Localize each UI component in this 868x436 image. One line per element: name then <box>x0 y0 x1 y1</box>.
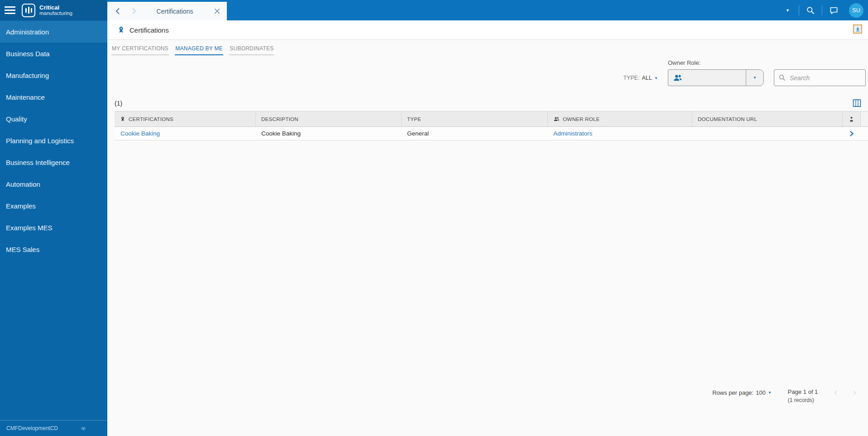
filter-bar: TYPE: ALL ▼ Owner Role: ▼ <box>623 59 866 86</box>
feedback-chat-icon[interactable] <box>822 6 845 15</box>
pagination: Rows per page: 100 ▼ Page 1 of 1 (1 reco… <box>712 388 856 403</box>
column-chooser-icon[interactable] <box>852 98 862 108</box>
certification-medal-icon <box>120 116 125 122</box>
rows-per-page-value: 100 <box>756 389 766 396</box>
tab-subordinates[interactable]: SUBORDINATES <box>229 44 274 55</box>
owner-role-filter-group: Owner Role: ▼ <box>668 59 764 86</box>
search-icon[interactable] <box>799 6 822 15</box>
certifications-table: CERTIFICATIONS DESCRIPTION TYPE OWNER RO… <box>115 111 868 140</box>
owner-role-caret-button[interactable]: ▼ <box>746 70 763 86</box>
column-header-label: DESCRIPTION <box>261 116 298 122</box>
sidebar-item-business-intelligence[interactable]: Business Intelligence <box>0 151 107 173</box>
sidebar-item-label: Manufacturing <box>6 72 49 79</box>
caret-down-icon: ▼ <box>768 391 772 395</box>
caret-down-icon: ▼ <box>654 76 658 80</box>
sidebar-item-planning-and-logistics[interactable]: Planning and Logistics <box>0 130 107 151</box>
column-header-type[interactable]: TYPE <box>401 111 547 126</box>
record-count: (1) <box>115 100 122 107</box>
next-page-icon[interactable]: › <box>853 388 856 397</box>
table-header-row: CERTIFICATIONS DESCRIPTION TYPE OWNER RO… <box>115 111 868 127</box>
brand-name: Critical <box>39 5 72 11</box>
sidebar-item-examples-mes[interactable]: Examples MES <box>0 217 107 238</box>
table-scrollbar-gutter <box>860 111 868 126</box>
brand: Critical manufacturing <box>39 5 72 16</box>
application-window: Critical manufacturing Administration Bu… <box>0 0 868 436</box>
environment-name: CMFDevelopmentCD <box>6 425 58 431</box>
hamburger-menu-icon[interactable] <box>5 5 15 16</box>
breadcrumb: Certifications <box>107 20 868 40</box>
table-row[interactable]: Cookie Baking Cookie Baking General Admi… <box>115 127 868 140</box>
brand-subname: manufacturing <box>39 10 72 16</box>
tab-my-certifications[interactable]: MY CERTIFICATIONS <box>111 44 169 55</box>
sidebar-item-label: Quality <box>6 115 27 123</box>
sidebar-item-manufacturing[interactable]: Manufacturing <box>0 64 107 86</box>
type-filter-value: ALL <box>642 75 652 81</box>
cell-description: Cookie Baking <box>255 130 401 137</box>
tab-back-icon[interactable] <box>115 7 121 15</box>
type-filter[interactable]: TYPE: ALL ▼ <box>623 75 658 81</box>
user-avatar[interactable]: SU <box>849 3 863 18</box>
open-tab-certifications[interactable]: Certifications <box>107 2 227 20</box>
column-header-documentation-url[interactable]: DOCUMENTATION URL <box>692 111 842 126</box>
tab-title: Certifications <box>137 8 214 15</box>
records-info: (1 records) <box>788 397 818 403</box>
column-header-label: DOCUMENTATION URL <box>698 116 757 122</box>
rows-per-page-control[interactable]: Rows per page: 100 ▼ <box>712 389 772 396</box>
sidebar-footer: CMFDevelopmentCD <box>0 420 107 436</box>
people-icon <box>553 116 560 121</box>
sidebar-item-label: MES Sales <box>6 246 39 253</box>
main-content: Certifications MY CERTIFICATIONS MANAGED… <box>107 20 868 436</box>
column-header-label: CERTIFICATIONS <box>129 116 173 122</box>
topbar-dropdown-caret-icon[interactable]: ▼ <box>777 8 799 13</box>
column-header-certifications[interactable]: CERTIFICATIONS <box>115 111 255 126</box>
subtabs: MY CERTIFICATIONS MANAGED BY ME SUBORDIN… <box>107 40 868 55</box>
page-navigation: ‹ › <box>834 388 856 397</box>
sidebar-item-quality[interactable]: Quality <box>0 108 107 130</box>
tab-managed-by-me[interactable]: MANAGED BY ME <box>175 44 223 55</box>
topbar: Certifications ▼ SU <box>107 0 868 20</box>
sidebar-item-label: Examples <box>6 202 36 210</box>
cell-certifications-link[interactable]: Cookie Baking <box>115 130 255 137</box>
column-header-label: OWNER ROLE <box>563 116 600 122</box>
certification-medal-icon <box>117 26 125 34</box>
sidebar-item-maintenance[interactable]: Maintenance <box>0 86 107 108</box>
export-download-icon[interactable] <box>853 24 862 34</box>
cell-owner-role-link[interactable]: Administrators <box>547 130 692 137</box>
row-expand-chevron-icon[interactable] <box>842 131 860 137</box>
sidebar-item-label: Administration <box>6 28 49 36</box>
column-header-owner-role[interactable]: OWNER ROLE <box>547 111 692 126</box>
column-header-label: TYPE <box>407 116 421 122</box>
connectivity-icon <box>80 425 86 431</box>
page-title: Certifications <box>129 26 169 34</box>
sidebar-item-examples[interactable]: Examples <box>0 195 107 217</box>
sidebar: Critical manufacturing Administration Bu… <box>0 0 107 436</box>
sidebar-item-automation[interactable]: Automation <box>0 173 107 195</box>
search-input[interactable] <box>790 74 858 82</box>
page-info: Page 1 of 1 <box>788 388 818 395</box>
column-header-description[interactable]: DESCRIPTION <box>255 111 401 126</box>
owner-role-label: Owner Role: <box>668 59 764 66</box>
cell-type: General <box>401 130 547 137</box>
sidebar-item-administration[interactable]: Administration <box>0 21 107 43</box>
sidebar-item-label: Business Intelligence <box>6 159 70 166</box>
sidebar-item-label: Planning and Logistics <box>6 137 74 145</box>
tab-forward-icon[interactable] <box>130 7 137 15</box>
tab-close-icon[interactable] <box>214 8 220 14</box>
page-status: Page 1 of 1 (1 records) <box>788 388 818 403</box>
rows-per-page-label: Rows per page: <box>712 389 753 396</box>
sidebar-item-label: Business Data <box>6 50 50 58</box>
avatar-initials: SU <box>852 7 860 14</box>
people-icon <box>673 74 682 82</box>
sidebar-header: Critical manufacturing <box>0 0 107 20</box>
critical-manufacturing-logo-icon <box>22 4 35 17</box>
sidebar-item-label: Automation <box>6 180 40 188</box>
search-icon <box>778 74 786 82</box>
sidebar-item-business-data[interactable]: Business Data <box>0 43 107 64</box>
search-box <box>774 69 866 86</box>
caret-down-icon: ▼ <box>753 76 757 80</box>
previous-page-icon[interactable]: ‹ <box>834 388 837 397</box>
owner-role-combobox[interactable]: ▼ <box>668 69 764 86</box>
person-icon <box>849 116 854 122</box>
sidebar-item-mes-sales[interactable]: MES Sales <box>0 238 107 260</box>
type-filter-label: TYPE: <box>623 75 640 81</box>
